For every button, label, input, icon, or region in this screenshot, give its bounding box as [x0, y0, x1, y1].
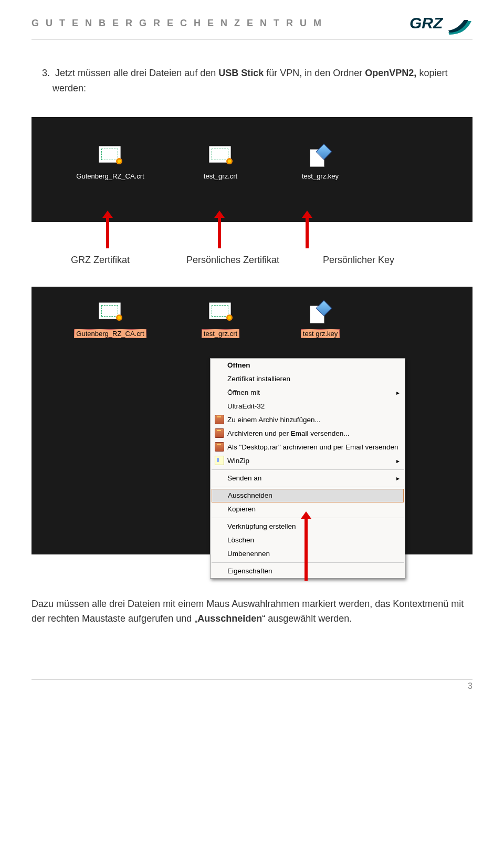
- file-label: test_grz.crt: [194, 172, 247, 180]
- certificate-icon: [209, 302, 231, 319]
- menu-separator: [212, 562, 404, 563]
- file-label: Gutenberg_RZ_CA.crt: [74, 172, 147, 180]
- label-personal-key: Persönlicher Key: [323, 255, 417, 266]
- file-item-key-selected[interactable]: test grz.key: [294, 302, 346, 338]
- key-file-icon: [309, 302, 330, 321]
- key-file-icon: [309, 146, 330, 165]
- screenshot-panel-1: Gutenberg_RZ_CA.crt test_grz.crt test_gr…: [32, 117, 472, 222]
- file-label-selected: Gutenberg_RZ_CA.crt: [74, 329, 146, 338]
- rar-icon: [215, 442, 224, 452]
- file-item-personal-cert: test_grz.crt: [194, 146, 247, 180]
- label-personal-cert: Persönliches Zertifikat: [186, 255, 291, 266]
- page-footer: 3: [32, 679, 472, 691]
- certificate-icon: [99, 146, 121, 163]
- rar-icon: [215, 428, 224, 438]
- file-item-key: test_grz.key: [294, 146, 346, 180]
- file-label: test_grz.key: [294, 172, 346, 180]
- logo-text: GRZ: [410, 14, 444, 32]
- menu-item-ultraedit[interactable]: UltraEdit-32: [211, 400, 405, 413]
- page-number: 3: [468, 682, 472, 690]
- arrow-up-icon: [304, 518, 308, 581]
- menu-item-add-to-archive[interactable]: Zu einem Archiv hinzufügen...: [211, 413, 405, 427]
- menu-item-install-cert[interactable]: Zertifikat installieren: [211, 372, 405, 386]
- menu-item-delete[interactable]: Löschen: [211, 533, 405, 547]
- page-header: G U T E N B E R G R E C H E N Z E N T R …: [32, 11, 472, 39]
- file-item-ca-cert: Gutenberg_RZ_CA.crt: [74, 146, 147, 180]
- arrow-up-icon: [306, 217, 309, 248]
- menu-separator: [212, 469, 404, 470]
- menu-item-properties[interactable]: Eigenschaften: [211, 564, 405, 578]
- arrow-up-icon: [106, 217, 109, 248]
- menu-item-cut[interactable]: Ausschneiden: [212, 489, 404, 502]
- menu-item-archive-email[interactable]: Archivieren und per Email versenden...: [211, 427, 405, 441]
- step-3-text: 3. Jetzt müssen alle drei Dateien auf de…: [42, 66, 472, 96]
- menu-item-open-with[interactable]: Öffnen mit: [211, 386, 405, 400]
- screenshot-panel-2: Gutenberg_RZ_CA.crt test_grz.crt test gr…: [32, 287, 472, 554]
- winzip-icon: [215, 456, 224, 465]
- menu-item-create-shortcut[interactable]: Verknüpfung erstellen: [211, 520, 405, 533]
- file-label-selected: test_grz.crt: [202, 329, 239, 338]
- file-label-selected: test grz.key: [301, 329, 340, 338]
- menu-item-desktop-rar-email[interactable]: Als "Desktop.rar" archivieren und per Em…: [211, 441, 405, 454]
- menu-item-open[interactable]: Öffnen: [211, 359, 405, 372]
- file-item-personal-cert-selected[interactable]: test_grz.crt: [194, 302, 247, 338]
- rar-icon: [215, 415, 224, 424]
- certificate-icon: [209, 146, 231, 163]
- context-menu: Öffnen Zertifikat installieren Öffnen mi…: [210, 358, 405, 579]
- file-description-row: GRZ Zertifikat Persönliches Zertifikat P…: [32, 243, 472, 287]
- certificate-icon: [99, 302, 121, 319]
- final-paragraph: Dazu müssen alle drei Dateien mit einem …: [32, 596, 472, 627]
- menu-item-rename[interactable]: Umbenennen: [211, 547, 405, 561]
- file-item-ca-cert-selected[interactable]: Gutenberg_RZ_CA.crt: [74, 302, 147, 338]
- grz-logo: GRZ: [410, 11, 472, 36]
- header-title: G U T E N B E R G R E C H E N Z E N T R …: [32, 18, 323, 29]
- menu-separator: [212, 487, 404, 487]
- menu-item-winzip[interactable]: WinZip: [211, 454, 405, 468]
- label-grz-cert: GRZ Zertifikat: [71, 255, 155, 266]
- annotation-arrows-1: [32, 217, 472, 243]
- menu-item-send-to[interactable]: Senden an: [211, 471, 405, 485]
- arrow-up-icon: [218, 217, 221, 248]
